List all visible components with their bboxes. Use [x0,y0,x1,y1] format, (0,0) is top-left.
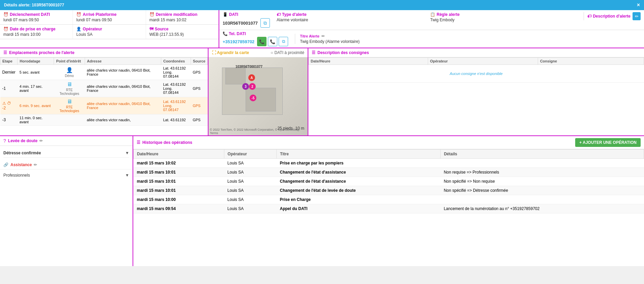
consignes-empty-message: Aucun consigne n'est disponible [309,65,644,83]
col-consigne: Consigne [538,58,644,65]
top-row-2: ⏰ Date de prise en charge mardi 15 mars … [0,25,219,39]
type-alerte-value: Alarme volontaire [277,18,423,22]
detresse-row: Détresse confirmée ▼ [3,149,129,158]
title-bar: Détails alerte: 103R56T0001077 × [0,0,644,10]
arrive-value: lundi 07 mars 09:50 [76,18,142,22]
emplacements-table-scroll[interactable]: Etape Horodatage Point d'intérêt Adresse… [0,57,208,135]
hist-cell-titre: Prise en charge par les pompiers [277,159,441,168]
table-row: mardi 15 mars 10:00Louis SAPrise en Char… [134,195,644,204]
consignes-title: Description des consignes [317,50,369,55]
hist-cell-datetime: mardi 15 mars 10:00 [134,195,224,204]
detresse-dropdown-arrow[interactable]: ▼ [125,151,129,155]
poi-name: RTE Technologies [56,105,83,113]
map-marker-cluster-2[interactable]: 2 [249,83,256,90]
map-expand-link[interactable]: ⛶ Agrandir la carte [212,50,249,55]
map-area[interactable]: 103R56T0001077 A 3 2 -5 25 pieds 10 m © … [208,57,308,135]
levee-panel: ? Levée de doute ✏ Détresse confirmée ▼ … [0,136,133,266]
hist-cell-details [440,195,644,204]
titre-alerte-value: Twig Embody (Alarme volontaire) [300,39,641,44]
assistance-header: 🔗 Assistance ✏ [0,160,133,170]
hist-cell-titre: Changement de l'état d'assistance [277,168,441,177]
hist-cell-operateur: Louis SA [224,168,276,177]
desc-alerte-edit-button[interactable]: ✏ [633,12,641,20]
dati-id-value: 103R56T0001077 [223,21,258,26]
professionnels-dropdown-arrow[interactable]: ▼ [125,173,129,178]
close-button[interactable]: × [637,2,640,8]
tel-copy-button[interactable]: ⧉ [279,37,288,46]
hist-cell-details: Non spécifié => Détresse confirmée [440,186,644,195]
dati-copy-button[interactable]: ⧉ [260,18,270,28]
col-etape: Etape [0,58,18,65]
assistance-edit-icon[interactable]: ✏ [34,162,37,167]
hist-col-operateur: Opérateur [224,150,276,159]
cell-adresse: allée charles victor naudin, 06410 Biot,… [85,97,161,114]
levee-content: Détresse confirmée ▼ [0,146,133,160]
col-adresse: Adresse [85,58,161,65]
call-green-button[interactable]: 📞 [257,37,267,46]
hist-cell-operateur: Louis SA [224,186,276,195]
hist-cell-titre: Appel du DATI [277,204,441,213]
hist-cell-details: Lancement de la numérotation au n° +3519… [440,204,644,213]
top-section: ⏰ Déclenchement DATI lundi 07 mars 09:50… [0,10,644,48]
map-marker-minus5[interactable]: -5 [250,95,256,101]
type-alerte-label: 🏷 Type d'alerte [277,12,423,17]
historique-scroll[interactable]: Date/Heure Opérateur Titre Détails mardi… [133,149,644,266]
emplacements-table: Etape Horodatage Point d'intérêt Adresse… [0,57,208,126]
cell-etape: ⚠ ⏱-2 [0,97,18,114]
modification-label: ⏰ Dernière modification [149,12,215,17]
cell-poi: 👤Démo [54,65,85,80]
emplacements-tbody: Dernier5 sec. avant👤Démoallée charles vi… [0,65,208,126]
map-marker-cluster-1[interactable]: 3 [242,83,249,90]
hist-cell-titre: Changement de l'état de levée de doute [277,186,441,195]
hist-cell-datetime: mardi 15 mars 10:01 [134,186,224,195]
map-building-2 [225,68,246,84]
cell-horodatage: 4 min. 17 sec. avant [18,80,54,97]
source-cell: 🗺 Source WEB (217.13.55.9) [146,25,219,39]
operateur-cell: 👤 Opérateur Louis SA [73,25,146,39]
historique-header-row: Date/Heure Opérateur Titre Détails [134,150,644,159]
table-row: mardi 15 mars 09:54Louis SAAppel du DATI… [134,204,644,213]
assistance-title: Assistance [10,162,32,167]
regle-alerte-group: 📋 Règle alerte Twig Embody [430,12,577,22]
hist-cell-datetime: mardi 15 mars 10:02 [134,159,224,168]
col-datetime: Date/Heure [309,58,428,65]
emplacements-title: Emplacements proches de l'alerte [9,50,75,55]
table-row: mardi 15 mars 10:01Louis SAChangement de… [134,168,644,177]
source-label: 🗺 Source [149,27,215,31]
tag-icon-2: 🏷 [587,14,591,19]
phone-call-icon: 📞 [223,31,228,36]
call-gray-button[interactable]: 📞 [268,37,277,46]
levee-edit-icon[interactable]: ✏ [39,138,43,143]
edit-titre-icon[interactable]: ✏ [321,34,325,38]
operateur-label: 👤 Opérateur [76,27,142,31]
cell-poi: 🖥RTE Technologies [54,80,85,97]
map-marker-a[interactable]: A [248,74,255,81]
expand-icon: ⛶ [212,50,216,55]
declenchement-cell: ⏰ Déclenchement DATI lundi 07 mars 09:50 [0,10,73,24]
phone-icon: 📱 [223,12,228,17]
emplacements-header-row: Etape Horodatage Point d'intérêt Adresse… [0,58,208,65]
hist-cell-operateur: Louis SA [224,195,276,204]
dati-proximity-label: ○ DATI à proximité [271,50,304,55]
dati-label: 📱 DATI [223,12,270,17]
cell-etape: Dernier [0,65,18,80]
tag-icon: 🏷 [277,12,281,17]
user-icon: 👤 [76,27,81,31]
table-row: -14 min. 17 sec. avant🖥RTE Technologiesa… [0,80,208,97]
assistance-content: Professionnels ▼ [0,170,133,181]
col-horodatage: Horodatage [18,58,54,65]
cell-source: GPS [191,97,207,114]
source-value: WEB (217.13.55.9) [149,32,215,37]
top-right-panel: 📱 DATI 103R56T0001077 ⧉ 🏷 Type d'alerte … [219,10,644,48]
middle-section: ☰ Emplacements proches de l'alerte Etape… [0,48,644,136]
hist-col-details: Détails [440,150,644,159]
add-operation-button[interactable]: + AJOUTER UNE OPÉRATION [575,138,641,147]
consignes-table: Date/Heure Opérateur Consigne Aucun cons… [308,57,644,83]
poi-icon: 🖥 [67,99,72,105]
historique-title: ☰ Historique des opérations [137,140,192,145]
professionnels-label: Professionnels [3,173,30,178]
tel-label: 📞 Tel. DATI [223,31,246,36]
cell-source: GPS [191,65,207,80]
cell-coords: Lat. 43.61192Long. 07.08144 [161,65,191,80]
titre-alerte-group: Titre Alerte ✏ Twig Embody (Alarme volon… [295,34,641,44]
